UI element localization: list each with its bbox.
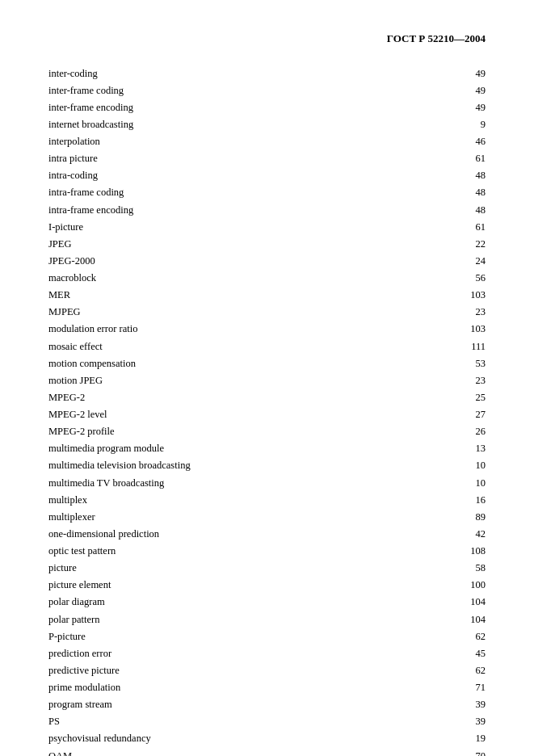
page-num-cell: 62 xyxy=(445,628,486,645)
page-num-cell: 100 xyxy=(445,577,486,594)
table-row: JPEG-200024 xyxy=(48,252,486,269)
term-cell: optic test pattern xyxy=(48,543,445,560)
index-table: inter-coding49inter-frame coding49inter-… xyxy=(48,65,486,756)
page: ГОСТ Р 52210—2004 inter-coding49inter-fr… xyxy=(0,0,534,756)
table-row: program stream39 xyxy=(48,696,486,713)
table-row: P-picture62 xyxy=(48,628,486,645)
table-row: modulation error ratio103 xyxy=(48,321,486,338)
table-row: multimedia program module13 xyxy=(48,440,486,457)
table-row: multimedia TV broadcasting10 xyxy=(48,474,486,491)
page-num-cell: 71 xyxy=(445,679,486,696)
term-cell: inter-coding xyxy=(48,65,445,82)
term-cell: polar pattern xyxy=(48,611,445,628)
term-cell: MER xyxy=(48,287,445,304)
table-row: mosaic effect111 xyxy=(48,338,486,355)
table-row: picture58 xyxy=(48,560,486,577)
term-cell: psychovisual redundancy xyxy=(48,730,445,747)
page-num-cell: 103 xyxy=(445,321,486,338)
term-cell: inter-frame coding xyxy=(48,82,445,99)
page-num-cell: 70 xyxy=(445,747,486,756)
term-cell: prediction error xyxy=(48,645,445,662)
table-row: motion compensation53 xyxy=(48,355,486,372)
page-num-cell: 9 xyxy=(445,116,486,132)
term-cell: intra-frame encoding xyxy=(48,201,445,218)
term-cell: I-picture xyxy=(48,218,445,235)
page-num-cell: 42 xyxy=(445,525,486,542)
table-row: polar pattern104 xyxy=(48,611,486,628)
page-num-cell: 89 xyxy=(445,508,486,525)
term-cell: program stream xyxy=(48,696,445,713)
term-cell: MPEG-2 xyxy=(48,388,445,405)
document-title: ГОСТ Р 52210—2004 xyxy=(387,32,486,44)
table-row: intra-frame coding48 xyxy=(48,184,486,201)
term-cell: motion JPEG xyxy=(48,372,445,388)
term-cell: modulation error ratio xyxy=(48,321,445,338)
page-num-cell: 48 xyxy=(445,167,486,184)
page-num-cell: 58 xyxy=(445,560,486,577)
page-num-cell: 26 xyxy=(445,423,486,440)
page-num-cell: 61 xyxy=(445,218,486,235)
page-num-cell: 39 xyxy=(445,696,486,713)
term-cell: motion compensation xyxy=(48,355,445,372)
term-cell: JPEG-2000 xyxy=(48,252,445,269)
term-cell: PS xyxy=(48,713,445,730)
table-row: MER103 xyxy=(48,287,486,304)
table-row: MPEG-2 profile26 xyxy=(48,423,486,440)
page-num-cell: 45 xyxy=(445,645,486,662)
term-cell: intra-coding xyxy=(48,167,445,184)
term-cell: polar diagram xyxy=(48,594,445,611)
table-row: prediction error45 xyxy=(48,645,486,662)
page-num-cell: 104 xyxy=(445,611,486,628)
page-num-cell: 108 xyxy=(445,543,486,560)
term-cell: MPEG-2 level xyxy=(48,406,445,423)
page-num-cell: 19 xyxy=(445,730,486,747)
term-cell: predictive picture xyxy=(48,662,445,678)
page-num-cell: 49 xyxy=(445,65,486,82)
term-cell: multiplex xyxy=(48,491,445,508)
page-num-cell: 13 xyxy=(445,440,486,457)
table-row: polar diagram104 xyxy=(48,594,486,611)
page-num-cell: 25 xyxy=(445,388,486,405)
page-num-cell: 49 xyxy=(445,82,486,99)
page-num-cell: 53 xyxy=(445,355,486,372)
term-cell: picture element xyxy=(48,577,445,594)
page-num-cell: 23 xyxy=(445,372,486,388)
table-row: multimedia television broadcasting10 xyxy=(48,457,486,474)
page-num-cell: 56 xyxy=(445,270,486,287)
page-num-cell: 39 xyxy=(445,713,486,730)
table-row: MJPEG23 xyxy=(48,304,486,321)
term-cell: MJPEG xyxy=(48,304,445,321)
term-cell: interpolation xyxy=(48,133,445,150)
term-cell: inter-frame encoding xyxy=(48,99,445,116)
term-cell: picture xyxy=(48,560,445,577)
table-row: MPEG-225 xyxy=(48,388,486,405)
page-num-cell: 24 xyxy=(445,252,486,269)
term-cell: multiplexer xyxy=(48,508,445,525)
table-row: intra-coding48 xyxy=(48,167,486,184)
page-num-cell: 48 xyxy=(445,184,486,201)
term-cell: prime modulation xyxy=(48,679,445,696)
table-row: inter-frame coding49 xyxy=(48,82,486,99)
table-row: predictive picture62 xyxy=(48,662,486,678)
term-cell: P-picture xyxy=(48,628,445,645)
table-row: I-picture61 xyxy=(48,218,486,235)
table-row: multiplexer89 xyxy=(48,508,486,525)
table-row: macroblock56 xyxy=(48,270,486,287)
table-row: optic test pattern108 xyxy=(48,543,486,560)
table-row: internet broadcasting9 xyxy=(48,116,486,132)
table-row: MPEG-2 level27 xyxy=(48,406,486,423)
table-row: one-dimensional prediction42 xyxy=(48,525,486,542)
page-num-cell: 62 xyxy=(445,662,486,678)
term-cell: internet broadcasting xyxy=(48,116,445,132)
page-num-cell: 46 xyxy=(445,133,486,150)
page-num-cell: 16 xyxy=(445,491,486,508)
table-row: QAM70 xyxy=(48,747,486,756)
table-row: prime modulation71 xyxy=(48,679,486,696)
term-cell: macroblock xyxy=(48,270,445,287)
page-header: ГОСТ Р 52210—2004 xyxy=(48,32,486,45)
table-row: inter-frame encoding49 xyxy=(48,99,486,116)
table-row: inter-coding49 xyxy=(48,65,486,82)
page-num-cell: 104 xyxy=(445,594,486,611)
table-row: JPEG22 xyxy=(48,235,486,252)
term-cell: intra-frame coding xyxy=(48,184,445,201)
